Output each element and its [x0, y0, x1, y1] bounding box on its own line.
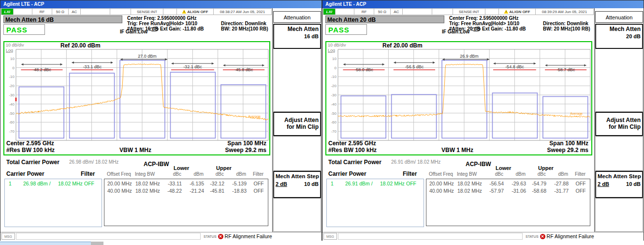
acp-row-20mhz: 20.00 MHz 18.02 MHz -56.54 -29.63 -54.79…: [426, 181, 590, 186]
lower-dbc-value: -56.54: [486, 181, 507, 186]
lxi-badge: LXI: [1, 8, 14, 15]
upper-dbm-value: -31.77: [549, 188, 571, 194]
filter-value: OFF: [571, 181, 590, 186]
carrier-filter-value: OFF: [406, 181, 416, 186]
svg-text:-70: -70: [9, 129, 15, 134]
adjust-atten-button[interactable]: Adjust Atten for Min Clip: [273, 112, 321, 136]
info-bw: BW: 20 MHz(100 RB): [221, 26, 268, 31]
info-ext-gain: Ext Gain: -11.80 dB: [482, 26, 526, 31]
carrier-index: 1: [9, 181, 12, 186]
center-freq-label: Center 2.595 GHz: [328, 140, 376, 147]
lxi-badge: LXI: [323, 8, 336, 15]
svg-text:-58.0 dBc: -58.0 dBc: [354, 67, 373, 72]
acp-ibw-label: ACP-IBW: [144, 161, 169, 168]
svg-text:-10: -10: [331, 75, 337, 79]
svg-text:-30: -30: [331, 93, 337, 97]
step-2db-option[interactable]: 2 dB: [598, 181, 609, 187]
coupling-indicator: AC: [69, 8, 81, 15]
scale-label: 10 dB/div: [6, 43, 24, 47]
adjust-atten-button[interactable]: Adjust Atten for Min Clip: [595, 112, 643, 136]
span-label: Span 100 MHz: [549, 140, 588, 147]
msg-box: MSG: [323, 233, 337, 240]
total-carrier-power-value: 26.91 dBm/ 18.02 MHz: [391, 159, 440, 165]
adjust-atten-line2: for Min Clip: [598, 123, 641, 130]
vbw-label: VBW 1 MHz: [119, 147, 151, 153]
integ-bw-value: 18.02 MHz: [135, 181, 164, 186]
acp-row-40mhz: 40.00 MHz 18.02 MHz -57.97 -31.06 -58.68…: [426, 188, 590, 194]
info-bw: BW: 20 MHz(100 RB): [543, 26, 590, 31]
acp-table: 20.00 MHz 18.02 MHz -33.11 -6.135 -32.12…: [104, 179, 268, 226]
analyzer-panel-right: Agilent LTE - ACP LXI RF 50 Ω AC SENSE:I…: [322, 0, 644, 241]
filter-value: OFF: [571, 188, 590, 194]
info-direction: Direction: Downlink: [543, 21, 588, 26]
step-10db-option[interactable]: 10 dB: [304, 181, 319, 187]
status-strip: LXI RF 50 Ω AC SENSE:INT ! ALIGN OFF 08:…: [1, 8, 272, 15]
menu-slot-empty: [273, 136, 321, 171]
strip-spacer: [336, 8, 354, 15]
impedance-indicator: 50 Ω: [374, 8, 390, 15]
svg-text:-70: -70: [331, 129, 337, 134]
acp-table: 20.00 MHz 18.02 MHz -56.54 -29.63 -54.79…: [426, 179, 590, 226]
mech-atten-step-button[interactable]: Mech Atten Step 2 dB 10 dB: [273, 171, 321, 198]
strip-spacer: [14, 8, 32, 15]
background-window-block: [91, 242, 103, 245]
status-label: STATUS: [204, 235, 217, 238]
svg-text:27.0 dBm: 27.0 dBm: [138, 54, 157, 59]
acp-table-header: Offset Freq Integ BW dBc dBm dBc dBm Fil…: [104, 171, 268, 177]
strip-spacer: [485, 8, 499, 15]
offset-freq-value: 40.00 MHz: [104, 188, 135, 194]
menu-title-attenuation: Attenuation: [595, 11, 643, 23]
sense-indicator: SENSE:INT: [453, 8, 485, 15]
message-status-bar: MSG STATUS ✕ RF Alignment Failure: [322, 232, 644, 241]
mech-atten-button[interactable]: Mech Atten 16 dB: [273, 24, 321, 49]
align-warning-label: ALIGN OFF: [187, 10, 208, 14]
carrier-power-value: 26.91 dBm /: [345, 181, 373, 186]
if-gain-label: IF Gain:Low: [442, 29, 469, 34]
mech-atten-button[interactable]: Mech Atten 20 dB: [595, 24, 643, 49]
spectrum-plot: 100-10-20-30-40-50-60-70Average-58.0 dBc…: [326, 49, 591, 141]
total-carrier-power-value: 26.98 dBm/ 18.02 MHz: [69, 159, 118, 165]
step-2db-option[interactable]: 2 dB: [276, 181, 287, 187]
col-lower-dbc: dBc: [486, 171, 506, 177]
status-error-icon: ✕: [218, 234, 223, 239]
col-lower-dbc: dBc: [164, 171, 184, 177]
strip-spacer: [403, 8, 432, 15]
scale-label: 10 dB/div: [328, 43, 346, 47]
spectrum-graph: 10 dB/div Log Ref 20.00 dBm 100-10-20-30…: [325, 41, 592, 155]
vbw-label: VBW 1 MHz: [441, 147, 473, 153]
pass-badge: PASS: [3, 24, 45, 35]
col-filter: Filter: [249, 171, 267, 177]
spectrum-plot: 100-10-20-30-40-50-60-70Average-48.2 dBc…: [4, 49, 269, 141]
center-freq-label: Center 2.595 GHz: [6, 140, 54, 147]
sweep-label: Sweep 29.2 ms: [225, 147, 266, 153]
mech-atten-step-label: Mech Atten Step: [276, 173, 319, 179]
svg-text:Average: Average: [248, 115, 261, 119]
impedance-indicator: 50 Ω: [52, 8, 68, 15]
timestamp: 08:38:27 AM Jun 05, 2021: [214, 8, 272, 15]
carrier-power-value: 26.98 dBm /: [23, 181, 51, 186]
mech-atten-step-label: Mech Atten Step: [598, 173, 641, 179]
message-status-bar: MSG STATUS ✕ RF Alignment Failure: [0, 232, 322, 241]
total-carrier-power-label: Total Carrier Power: [6, 159, 59, 166]
col-offset-freq: Offset Freq: [426, 171, 457, 177]
svg-text:-50: -50: [331, 111, 337, 116]
info-center-freq: Center Freq: 2.595000000 GHz: [449, 15, 518, 21]
align-warning: ! ALIGN OFF: [499, 8, 536, 15]
info-avg-hold: Avg|Hold> 10/10: [160, 21, 197, 26]
col-upper-dbm: dBm: [549, 171, 571, 177]
background-window-edge: [0, 242, 91, 245]
timestamp: 08:39:29 AM Jun 05, 2021: [536, 8, 594, 15]
svg-text:-60: -60: [9, 120, 15, 124]
integ-bw-value: 18.02 MHz: [135, 188, 164, 194]
mech-atten-step-button[interactable]: Mech Atten Step 2 dB 10 dB: [595, 171, 643, 198]
info-ext-gain: Ext Gain: -11.80 dB: [160, 26, 204, 31]
warning-icon: !: [504, 10, 508, 14]
upper-dbm-value: -18.83: [227, 188, 249, 194]
info-center-freq: Center Freq: 2.595000000 GHz: [127, 15, 196, 21]
window-title: Agilent LTE - ACP: [3, 1, 44, 7]
filter-header: Filter: [403, 170, 417, 177]
info-avg-hold: Avg|Hold> 10/10: [482, 21, 519, 26]
align-warning: ! ALIGN OFF: [177, 8, 214, 15]
step-10db-option[interactable]: 10 dB: [626, 181, 641, 187]
warning-icon: !: [182, 10, 186, 14]
